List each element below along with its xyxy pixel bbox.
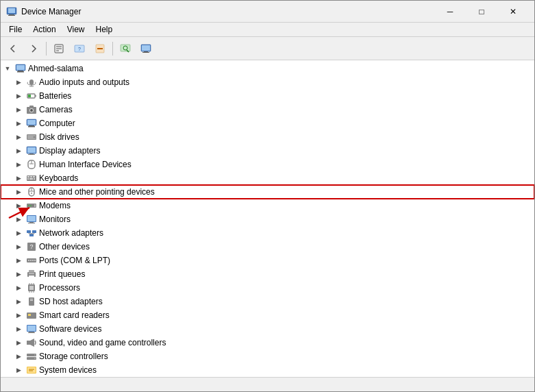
svg-rect-41 <box>27 147 36 153</box>
tree-item-disk[interactable]: ▶ Disk drives <box>1 130 534 144</box>
svg-rect-83 <box>29 275 34 278</box>
hid-label: Human Interface Devices <box>39 160 132 169</box>
keyboards-label: Keyboards <box>39 173 78 183</box>
root-expand-icon[interactable]: ▼ <box>2 63 13 74</box>
svg-point-59 <box>28 205 29 206</box>
window-title: Device Manager <box>21 7 434 16</box>
software-icon <box>26 323 37 334</box>
toolbar-disable[interactable] <box>90 40 110 58</box>
menu-help[interactable]: Help <box>90 23 119 36</box>
tree-item-print[interactable]: ▶ Print queues <box>1 267 534 281</box>
menu-view[interactable]: View <box>62 23 90 36</box>
batteries-label: Batteries <box>39 91 71 101</box>
system-label: System devices <box>39 365 97 375</box>
toolbar-update[interactable]: ? <box>70 40 89 58</box>
svg-rect-108 <box>27 367 36 373</box>
smartcard-label: Smart card readers <box>39 310 110 320</box>
keyboards-expand-icon[interactable]: ▶ <box>13 173 24 184</box>
sd-expand-icon[interactable]: ▶ <box>13 296 24 307</box>
print-icon <box>26 269 37 280</box>
menu-bar: File Action View Help <box>1 23 534 37</box>
maximize-button[interactable]: □ <box>466 1 497 23</box>
ports-label: Ports (COM & LPT) <box>39 256 110 265</box>
tree-root[interactable]: ▼ Ahmed-salama <box>1 62 534 75</box>
close-button[interactable]: ✕ <box>497 1 529 23</box>
mice-expand-icon[interactable]: ▶ <box>13 186 24 197</box>
svg-rect-22 <box>17 71 24 73</box>
toolbar-back[interactable] <box>3 40 23 58</box>
tree-view[interactable]: ▼ Ahmed-salama ▶ <box>1 60 534 377</box>
modems-expand-icon[interactable]: ▶ <box>13 200 24 211</box>
print-expand-icon[interactable]: ▶ <box>13 269 24 280</box>
tree-item-sd[interactable]: ▶ SD host adapters <box>1 295 534 308</box>
toolbar-monitor[interactable] <box>136 40 155 58</box>
tree-item-mice[interactable]: ▶ Mice and other pointing devices <box>1 185 534 199</box>
system-expand-icon[interactable]: ▶ <box>13 365 24 376</box>
tree-item-sound[interactable]: ▶ Sound, video and game controllers <box>1 336 534 350</box>
svg-point-57 <box>31 193 32 194</box>
app-icon <box>6 6 17 17</box>
cameras-expand-icon[interactable]: ▶ <box>13 104 24 115</box>
tree-item-monitors[interactable]: ▶ Monitors <box>1 212 534 226</box>
svg-rect-95 <box>30 300 33 301</box>
other-expand-icon[interactable]: ▶ <box>13 241 24 252</box>
svg-rect-20 <box>16 65 25 70</box>
audio-icon <box>26 77 37 88</box>
audio-expand-icon[interactable]: ▶ <box>13 77 24 88</box>
tree-item-smartcard[interactable]: ▶ Smart card readers <box>1 308 534 322</box>
tree-item-system[interactable]: ▶ System devices <box>1 363 534 377</box>
toolbar-forward[interactable] <box>24 40 43 58</box>
toolbar-properties[interactable] <box>49 40 69 58</box>
storage-expand-icon[interactable]: ▶ <box>13 351 24 362</box>
tree-item-computer[interactable]: ▶ Computer <box>1 117 534 130</box>
tree-item-audio[interactable]: ▶ Audio inputs and outputs <box>1 75 534 89</box>
hid-expand-icon[interactable]: ▶ <box>13 159 24 170</box>
batteries-expand-icon[interactable]: ▶ <box>13 90 24 101</box>
svg-rect-67 <box>27 230 31 233</box>
keyboards-icon <box>26 173 37 184</box>
svg-rect-97 <box>28 314 31 316</box>
svg-rect-27 <box>35 95 36 97</box>
tree-item-ports[interactable]: ▶ Ports (COM & LPT) <box>1 254 534 267</box>
mice-icon <box>26 186 37 197</box>
svg-rect-28 <box>28 95 31 97</box>
display-expand-icon[interactable]: ▶ <box>13 145 24 156</box>
tree-item-batteries[interactable]: ▶ Batteries <box>1 89 534 103</box>
svg-point-80 <box>34 260 36 261</box>
processors-icon <box>26 282 37 293</box>
minimize-button[interactable]: ─ <box>434 1 466 23</box>
tree-item-display[interactable]: ▶ Display adapters <box>1 144 534 158</box>
svg-rect-50 <box>33 176 35 177</box>
svg-rect-65 <box>29 222 34 223</box>
svg-rect-53 <box>34 178 35 180</box>
software-expand-icon[interactable]: ▶ <box>13 323 24 334</box>
svg-rect-18 <box>142 52 149 53</box>
sound-expand-icon[interactable]: ▶ <box>13 337 24 348</box>
toolbar: ? <box>1 37 534 60</box>
other-label: Other devices <box>39 242 90 252</box>
tree-item-hid[interactable]: ▶ Human Interface Devices <box>1 158 534 171</box>
tree-item-keyboards[interactable]: ▶ Keyboards <box>1 171 534 185</box>
tree-item-network[interactable]: ▶ Network adapters <box>1 226 534 240</box>
svg-rect-102 <box>27 341 30 345</box>
menu-file[interactable]: File <box>3 23 27 36</box>
tree-item-processors[interactable]: ▶ Processors <box>1 281 534 295</box>
toolbar-sep-2 <box>112 42 113 56</box>
tree-item-other[interactable]: ▶ ? Other devices <box>1 240 534 254</box>
smartcard-expand-icon[interactable]: ▶ <box>13 310 24 321</box>
disk-expand-icon[interactable]: ▶ <box>13 132 24 143</box>
svg-rect-100 <box>29 332 34 332</box>
monitors-icon <box>26 214 37 225</box>
processors-expand-icon[interactable]: ▶ <box>13 282 24 293</box>
network-expand-icon[interactable]: ▶ <box>13 228 24 238</box>
tree-item-cameras[interactable]: ▶ Cameras <box>1 103 534 117</box>
tree-item-storage[interactable]: ▶ Storage controllers <box>1 350 534 363</box>
network-label: Network adapters <box>39 228 103 238</box>
menu-action[interactable]: Action <box>27 23 61 36</box>
ports-expand-icon[interactable]: ▶ <box>13 255 24 266</box>
toolbar-scan[interactable] <box>116 40 135 58</box>
computer-expand-icon[interactable]: ▶ <box>13 118 24 129</box>
monitors-expand-icon[interactable]: ▶ <box>13 214 24 225</box>
tree-item-software[interactable]: ▶ Software devices <box>1 322 534 336</box>
tree-item-modems[interactable]: ▶ Modems <box>1 199 534 212</box>
